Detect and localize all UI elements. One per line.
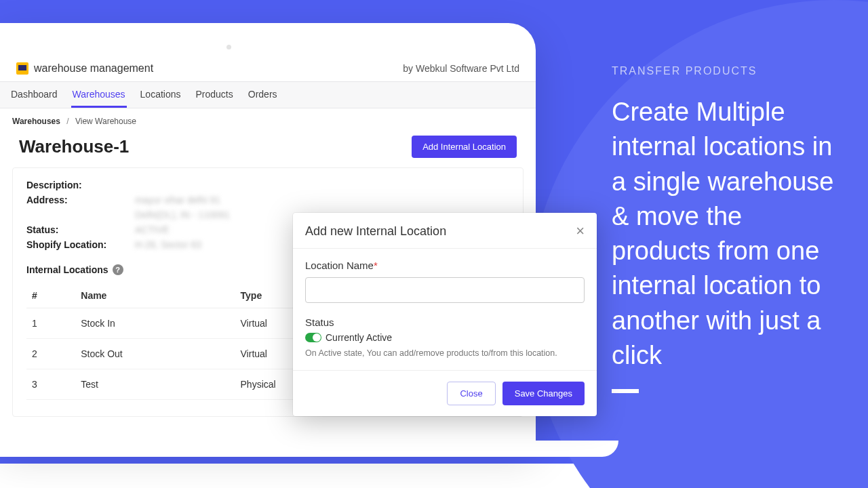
app-title: warehouse management <box>34 62 153 75</box>
add-location-modal: Add new Internal Location × Location Nam… <box>293 213 597 416</box>
modal-header: Add new Internal Location × <box>293 213 597 249</box>
tab-products[interactable]: Products <box>195 82 235 108</box>
description-label: Description: <box>26 180 121 190</box>
shopify-label: Shopify Location: <box>26 239 121 250</box>
breadcrumb-current: View Warehouse <box>75 117 136 126</box>
tab-orders[interactable]: Orders <box>247 82 279 108</box>
breadcrumb-link[interactable]: Warehouses <box>12 117 60 126</box>
tab-dashboard[interactable]: Dashboard <box>9 82 59 108</box>
internal-locations-text: Internal Locations <box>26 264 108 275</box>
tab-locations[interactable]: Locations <box>139 82 182 108</box>
camera-dot-icon <box>226 45 231 49</box>
col-name: Name <box>75 283 235 308</box>
status-toggle[interactable] <box>305 333 321 342</box>
required-asterisk: * <box>374 260 378 271</box>
app-byline: by Webkul Software Pvt Ltd <box>403 63 519 74</box>
shopify-value: H-28, Sector 63 <box>135 239 201 250</box>
modal-footer: Close Save Changes <box>293 370 597 416</box>
modal-body: Location Name* Status Currently Active O… <box>293 249 597 370</box>
app-header-left: warehouse management <box>16 62 153 75</box>
hero-text: TRANSFER PRODUCTS Create Multiple intern… <box>612 65 842 393</box>
status-value: ACTIVE <box>135 224 170 235</box>
close-button[interactable]: Close <box>447 382 495 405</box>
modal-title: Add new Internal Location <box>305 224 446 239</box>
breadcrumb: Warehouses / View Warehouse <box>0 108 536 130</box>
help-icon[interactable]: ? <box>113 264 123 275</box>
address-label: Address: <box>26 195 121 205</box>
hero-heading: Create Multiple internal locations in a … <box>612 95 842 373</box>
address-value-1: mayur vihar delhi 91 <box>135 195 220 205</box>
field-address: Address: mayur vihar delhi 91 <box>26 192 509 207</box>
hero-eyebrow: TRANSFER PRODUCTS <box>612 65 842 77</box>
add-internal-location-button[interactable]: Add Internal Location <box>412 136 517 158</box>
status-toggle-label: Currently Active <box>326 332 392 343</box>
location-name-label: Location Name* <box>305 260 378 271</box>
status-label: Status: <box>26 224 121 235</box>
app-logo-icon <box>16 62 28 75</box>
breadcrumb-sep: / <box>62 117 73 126</box>
page-title: Warehouse-1 <box>19 136 129 157</box>
field-description: Description: <box>26 178 509 192</box>
nav-tabs: Dashboard Warehouses Locations Products … <box>0 82 536 108</box>
close-icon[interactable]: × <box>576 224 585 239</box>
laptop-base <box>0 441 618 457</box>
tab-warehouses[interactable]: Warehouses <box>71 82 127 108</box>
app-header: warehouse management by Webkul Software … <box>0 56 536 82</box>
col-num: # <box>26 283 75 308</box>
hero-underline <box>612 389 639 393</box>
status-toggle-row: Currently Active <box>305 332 585 343</box>
address-value-2: Delhi(DL), IN - 110091 <box>135 209 230 220</box>
status-helper-text: On Active state, You can add/remove prod… <box>305 348 585 358</box>
location-name-input[interactable] <box>305 277 585 303</box>
modal-status-label: Status <box>305 317 585 328</box>
status-block: Status Currently Active On Active state,… <box>305 317 585 358</box>
save-changes-button[interactable]: Save Changes <box>502 382 585 405</box>
page-head: Warehouse-1 Add Internal Location <box>0 130 536 167</box>
